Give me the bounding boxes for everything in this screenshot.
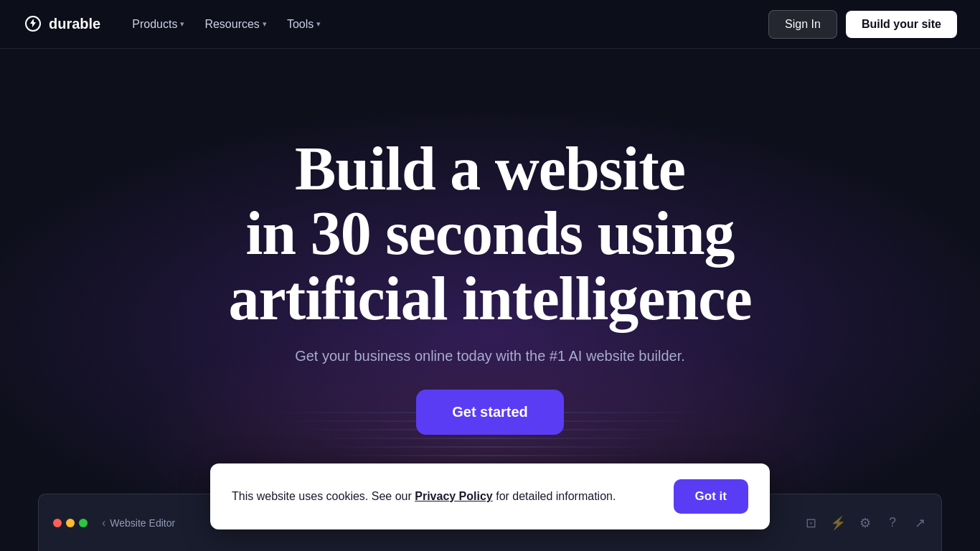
got-it-button[interactable]: Got it bbox=[674, 479, 748, 514]
chevron-down-icon: ▾ bbox=[180, 19, 184, 29]
close-dot bbox=[53, 519, 62, 527]
cookie-banner: This website uses cookies. See our Priva… bbox=[210, 463, 770, 529]
nav-item-tools-label: Tools bbox=[287, 18, 314, 31]
navbar: durable Products ▾ Resources ▾ Tools ▾ S… bbox=[0, 0, 980, 49]
lightning-icon[interactable]: ⚡ bbox=[831, 516, 845, 530]
help-icon[interactable]: ? bbox=[885, 516, 900, 530]
monitor-icon[interactable]: ⊡ bbox=[804, 516, 818, 530]
hero-title-line3: artificial intelligence bbox=[228, 264, 751, 333]
build-site-button[interactable]: Build your site bbox=[846, 11, 957, 38]
durable-logo-icon bbox=[23, 14, 43, 34]
nav-menu: Products ▾ Resources ▾ Tools ▾ bbox=[123, 12, 329, 37]
external-link-icon[interactable]: ↗ bbox=[913, 516, 927, 530]
nav-item-products-label: Products bbox=[132, 18, 177, 31]
minimize-dot bbox=[66, 519, 75, 527]
editor-label[interactable]: ‹ Website Editor bbox=[102, 517, 175, 529]
nav-item-products[interactable]: Products ▾ bbox=[123, 12, 193, 37]
hero-title-line2: in 30 seconds using bbox=[245, 199, 734, 268]
logo[interactable]: durable bbox=[23, 14, 100, 34]
editor-label-text: Website Editor bbox=[110, 517, 175, 529]
nav-item-tools[interactable]: Tools ▾ bbox=[278, 12, 329, 37]
cookie-message: This website uses cookies. See our Priva… bbox=[232, 488, 656, 505]
nav-item-resources-label: Resources bbox=[204, 18, 259, 31]
get-started-button[interactable]: Get started bbox=[416, 390, 564, 435]
gear-icon[interactable]: ⚙ bbox=[858, 516, 872, 530]
cookie-message-after: for detailed information. bbox=[493, 490, 616, 502]
hero-subtitle: Get your business online today with the … bbox=[295, 345, 685, 367]
cookie-message-before: This website uses cookies. See our bbox=[232, 490, 415, 502]
nav-right: Sign In Build your site bbox=[768, 10, 957, 39]
hero-content: Build a website in 30 seconds using arti… bbox=[228, 136, 751, 435]
hero-title: Build a website in 30 seconds using arti… bbox=[228, 136, 751, 331]
chevron-down-icon: ▾ bbox=[263, 19, 267, 29]
privacy-policy-link[interactable]: Privacy Policy bbox=[415, 490, 493, 502]
logo-text: durable bbox=[49, 16, 100, 32]
signin-button[interactable]: Sign In bbox=[768, 10, 837, 39]
nav-left: durable Products ▾ Resources ▾ Tools ▾ bbox=[23, 12, 329, 37]
hero-title-line1: Build a website bbox=[295, 134, 685, 203]
chevron-down-icon: ▾ bbox=[316, 19, 321, 29]
maximize-dot bbox=[79, 519, 88, 527]
window-controls bbox=[53, 519, 88, 527]
editor-toolbar-icons: ⊡ ⚡ ⚙ ? ↗ bbox=[804, 516, 927, 530]
chevron-left-icon: ‹ bbox=[102, 517, 105, 529]
nav-item-resources[interactable]: Resources ▾ bbox=[196, 12, 275, 37]
